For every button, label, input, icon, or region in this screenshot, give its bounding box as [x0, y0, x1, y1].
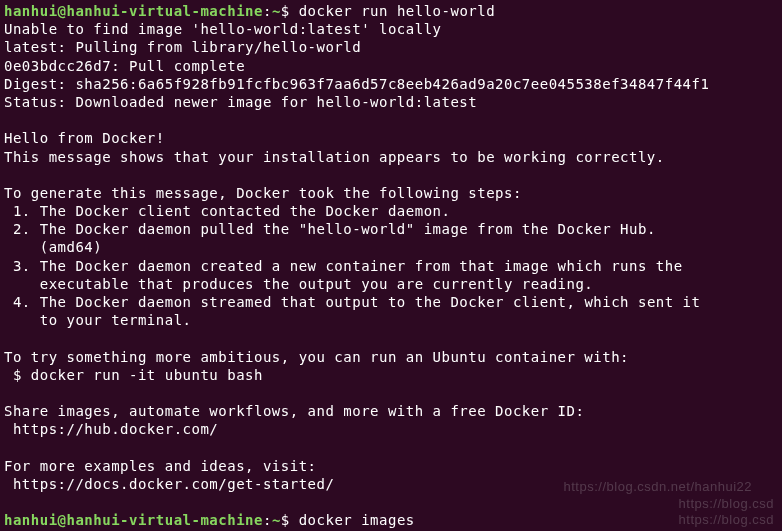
- output-line: executable that produces the output you …: [4, 275, 778, 293]
- output-line: [4, 329, 778, 347]
- output-line: Digest: sha256:6a65f928fb91fcfbc963f7aa6…: [4, 75, 778, 93]
- output-line: [4, 439, 778, 457]
- output-block-1: Unable to find image 'hello-world:latest…: [4, 20, 778, 511]
- output-line: Share images, automate workflows, and mo…: [4, 402, 778, 420]
- output-line: To generate this message, Docker took th…: [4, 184, 778, 202]
- output-line: (amd64): [4, 238, 778, 256]
- output-line: https://docs.docker.com/get-started/: [4, 475, 778, 493]
- output-line: [4, 111, 778, 129]
- output-line: to your terminal.: [4, 311, 778, 329]
- prompt-line-1: hanhui@hanhui-virtual-machine:~$ docker …: [4, 2, 778, 20]
- output-line: 1. The Docker client contacted the Docke…: [4, 202, 778, 220]
- output-line: 3. The Docker daemon created a new conta…: [4, 257, 778, 275]
- output-line: latest: Pulling from library/hello-world: [4, 38, 778, 56]
- output-line: [4, 166, 778, 184]
- prompt-path: ~: [272, 512, 281, 528]
- prompt-user-host: hanhui@hanhui-virtual-machine: [4, 3, 263, 19]
- command-text: docker run hello-world: [299, 3, 495, 19]
- output-line: https://hub.docker.com/: [4, 420, 778, 438]
- output-line: $ docker run -it ubuntu bash: [4, 366, 778, 384]
- output-line: 4. The Docker daemon streamed that outpu…: [4, 293, 778, 311]
- output-line: To try something more ambitious, you can…: [4, 348, 778, 366]
- prompt-separator: :: [263, 3, 272, 19]
- prompt-symbol: $: [281, 512, 290, 528]
- prompt-user-host: hanhui@hanhui-virtual-machine: [4, 512, 263, 528]
- output-line: This message shows that your installatio…: [4, 148, 778, 166]
- output-line: Unable to find image 'hello-world:latest…: [4, 20, 778, 38]
- command-text: docker images: [299, 512, 415, 528]
- output-line: Hello from Docker!: [4, 129, 778, 147]
- output-line: For more examples and ideas, visit:: [4, 457, 778, 475]
- output-line: [4, 493, 778, 511]
- prompt-symbol: $: [281, 3, 290, 19]
- output-line: 0e03bdcc26d7: Pull complete: [4, 57, 778, 75]
- terminal-content[interactable]: hanhui@hanhui-virtual-machine:~$ docker …: [4, 2, 778, 531]
- prompt-separator: :: [263, 512, 272, 528]
- output-line: [4, 384, 778, 402]
- prompt-path: ~: [272, 3, 281, 19]
- prompt-line-2: hanhui@hanhui-virtual-machine:~$ docker …: [4, 511, 778, 529]
- output-line: Status: Downloaded newer image for hello…: [4, 93, 778, 111]
- output-line: 2. The Docker daemon pulled the "hello-w…: [4, 220, 778, 238]
